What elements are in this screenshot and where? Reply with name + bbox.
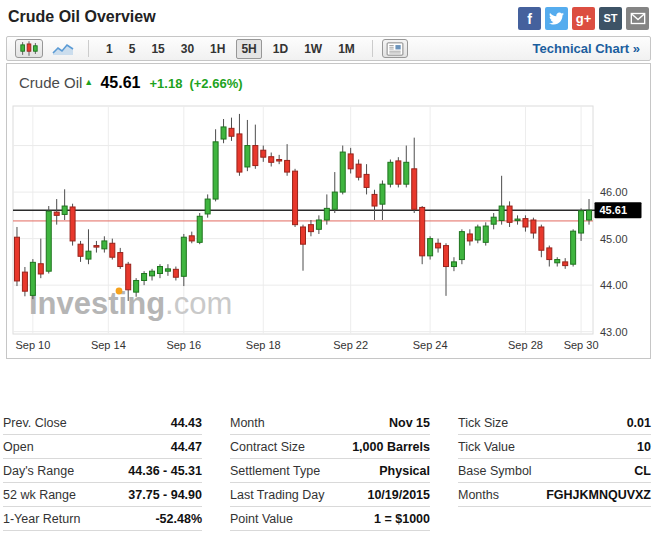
interval-button-15[interactable]: 15 [146, 39, 169, 59]
row-label: Point Value [230, 512, 293, 526]
table-row: MonthNov 15 [230, 411, 430, 435]
stocktwits-icon[interactable]: ST [599, 7, 622, 30]
row-value: Nov 15 [389, 416, 430, 430]
row-value: 10/19/2015 [367, 488, 430, 502]
watermark-orange-dot [116, 288, 123, 295]
x-axis-label: Sep 10 [15, 339, 50, 351]
x-axis-label: Sep 22 [333, 339, 368, 351]
email-icon[interactable] [626, 7, 649, 30]
row-value: 44.47 [171, 440, 202, 454]
line-chart-icon [52, 42, 74, 56]
interval-button-1w[interactable]: 1W [299, 39, 327, 59]
last-price-tag: 45.61 [595, 202, 642, 218]
contract-spec-tables: Prev. Close44.43Open44.47Day's Range44.3… [3, 411, 651, 531]
row-label: Tick Size [458, 416, 508, 430]
interval-button-1h[interactable]: 1H [205, 39, 230, 59]
price-change: +1.18 [150, 76, 183, 91]
y-axis-label: 46.00 [600, 186, 628, 198]
row-label: Last Trading Day [230, 488, 325, 502]
table-row: Tick Size0.01 [458, 411, 651, 435]
x-axis-label: Sep 16 [166, 339, 201, 351]
tick-info-table: Tick Size0.01Tick Value10Base SymbolCLMo… [458, 411, 651, 531]
x-axis-label: Sep 30 [564, 339, 599, 351]
row-label: Tick Value [458, 440, 515, 454]
newspaper-icon [386, 42, 404, 56]
row-label: Day's Range [3, 464, 74, 478]
chart-widget: Crude Oil▲ 45.61+1.18(+2.66%) Sep 10Sep … [6, 63, 651, 359]
x-axis-label: Sep 28 [508, 339, 543, 351]
investing-watermark: Investing.com [29, 286, 232, 321]
quote-summary-table: Prev. Close44.43Open44.47Day's Range44.3… [3, 411, 202, 531]
candlestick-icon [19, 41, 39, 56]
table-row: 1-Year Return-52.48% [3, 507, 202, 531]
table-row: Day's Range44.36 - 45.31 [3, 459, 202, 483]
facebook-icon[interactable]: f [518, 7, 541, 30]
table-row: 52 wk Range37.75 - 94.90 [3, 483, 202, 507]
up-arrow-icon: ▲ [84, 77, 93, 87]
table-row: Point Value1 = $1000 [230, 507, 430, 531]
technical-chart-link[interactable]: Technical Chart » [533, 41, 640, 56]
row-label: 1-Year Return [3, 512, 80, 526]
row-label: 52 wk Range [3, 488, 76, 502]
y-axis-label: 45.00 [600, 233, 628, 245]
candlestick-chart: Sep 10Sep 14Sep 16Sep 18Sep 22Sep 24Sep … [7, 92, 650, 358]
row-value: 37.75 - 94.90 [128, 488, 202, 502]
interval-button-1m[interactable]: 1M [333, 39, 360, 59]
candlestick-mode-button[interactable] [15, 39, 43, 58]
chart-toolbar: 1515301H5H1D1W1M Technical Chart » [6, 36, 651, 61]
row-label: Settlement Type [230, 464, 320, 478]
row-value: 0.01 [627, 416, 651, 430]
interval-button-1[interactable]: 1 [101, 39, 118, 59]
x-axis-label: Sep 24 [413, 339, 448, 351]
row-label: Open [3, 440, 34, 454]
row-label: Base Symbol [458, 464, 532, 478]
last-price: 45.61 [100, 74, 140, 91]
row-value: -52.48% [155, 512, 202, 526]
twitter-icon[interactable] [545, 7, 568, 30]
interval-button-30[interactable]: 30 [176, 39, 199, 59]
table-row: Last Trading Day10/19/2015 [230, 483, 430, 507]
interval-buttons: 1515301H5H1D1W1M [98, 39, 363, 59]
row-value: 44.43 [171, 416, 202, 430]
instrument-name: Crude Oil [19, 74, 82, 91]
row-value: 44.36 - 45.31 [128, 464, 202, 478]
svg-text:45.61: 45.61 [600, 204, 628, 216]
row-value: 1,000 Barrels [352, 440, 430, 454]
toolbar-separator [88, 40, 89, 57]
row-value: CL [634, 464, 651, 478]
interval-button-1d[interactable]: 1D [268, 39, 293, 59]
table-row: MonthsFGHJKMNQUVXZ [458, 483, 651, 507]
table-row: Contract Size1,000 Barrels [230, 435, 430, 459]
row-value: FGHJKMNQUVXZ [546, 488, 651, 502]
line-mode-button[interactable] [49, 39, 77, 58]
social-buttons: fg+ST [518, 7, 649, 30]
table-row: Open44.47 [3, 435, 202, 459]
googleplus-icon[interactable]: g+ [572, 7, 595, 30]
row-value: 1 = $1000 [374, 512, 430, 526]
page-header: Crude Oil Overview fg+ST [0, 0, 657, 36]
x-axis-label: Sep 14 [91, 339, 126, 351]
news-panel-button[interactable] [382, 39, 408, 58]
x-axis-label: Sep 18 [246, 339, 281, 351]
row-label: Contract Size [230, 440, 305, 454]
table-row: Base SymbolCL [458, 459, 651, 483]
row-label: Month [230, 416, 265, 430]
row-value: Physical [379, 464, 430, 478]
row-label: Prev. Close [3, 416, 67, 430]
table-row: Prev. Close44.43 [3, 411, 202, 435]
row-label: Months [458, 488, 499, 502]
interval-button-5h[interactable]: 5H [236, 39, 261, 59]
y-axis-label: 44.00 [600, 279, 628, 291]
y-axis-label: 43.00 [600, 326, 628, 338]
toolbar-separator [372, 40, 373, 57]
page-title: Crude Oil Overview [8, 8, 156, 26]
quote-header: Crude Oil▲ 45.61+1.18(+2.66%) [7, 64, 650, 92]
contract-info-table: MonthNov 15Contract Size1,000 BarrelsSet… [230, 411, 430, 531]
table-row: Settlement TypePhysical [230, 459, 430, 483]
row-value: 10 [637, 440, 651, 454]
price-change-percent: (+2.66%) [189, 76, 242, 91]
interval-button-5[interactable]: 5 [124, 39, 141, 59]
table-row: Tick Value10 [458, 435, 651, 459]
